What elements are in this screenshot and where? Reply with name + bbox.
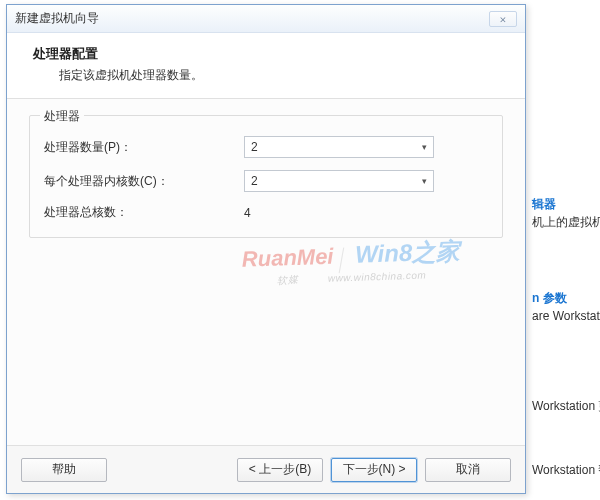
processor-count-select[interactable]: 2 ▾ <box>244 136 434 158</box>
cores-label: 每个处理器内核数(C)： <box>44 173 244 190</box>
page-title: 处理器配置 <box>33 45 499 63</box>
page-subtitle: 指定该虚拟机处理器数量。 <box>59 67 499 84</box>
help-button[interactable]: 帮助 <box>21 458 107 482</box>
cancel-button[interactable]: 取消 <box>425 458 511 482</box>
watermark-ruanmei: RuanMei <box>241 244 334 272</box>
cores-per-processor-select[interactable]: 2 ▾ <box>244 170 434 192</box>
watermark-win8: Win8之家 <box>355 237 461 268</box>
processor-count-label: 处理器数量(P)： <box>44 139 244 156</box>
processor-count-value: 2 <box>251 140 258 154</box>
watermark-separator <box>339 247 344 273</box>
group-label: 处理器 <box>40 108 84 125</box>
bg-item4-desc: Workstation 帮助 <box>532 462 600 479</box>
row-total-cores: 处理器总核数： 4 <box>44 204 488 221</box>
bg-item3-desc: Workstation 更新 <box>532 398 600 415</box>
close-button[interactable]: ⨉ <box>489 11 517 27</box>
next-button[interactable]: 下一步(N) > <box>331 458 417 482</box>
row-processor-count: 处理器数量(P)： 2 ▾ <box>44 136 488 158</box>
bg-item1-title: 辑器 <box>532 196 556 213</box>
watermark: RuanMei Win8之家 软媒 www.win8china.com <box>241 235 461 288</box>
close-icon: ⨉ <box>500 13 506 25</box>
wizard-header: 处理器配置 指定该虚拟机处理器数量。 <box>7 33 525 99</box>
bg-item2-link: n 参数 <box>532 290 567 307</box>
titlebar: 新建虚拟机向导 ⨉ <box>7 5 525 33</box>
bg-item2-desc: are Workstation 设 <box>532 308 600 325</box>
new-vm-wizard-dialog: 新建虚拟机向导 ⨉ 处理器配置 指定该虚拟机处理器数量。 处理器 处理器数量(P… <box>6 4 526 494</box>
total-cores-label: 处理器总核数： <box>44 204 244 221</box>
window-title: 新建虚拟机向导 <box>15 10 99 27</box>
cores-value: 2 <box>251 174 258 188</box>
row-cores-per-processor: 每个处理器内核数(C)： 2 ▾ <box>44 170 488 192</box>
wizard-body: 处理器 处理器数量(P)： 2 ▾ 每个处理器内核数(C)： 2 ▾ 处理器总核… <box>7 99 525 445</box>
button-bar: 帮助 < 上一步(B) 下一步(N) > 取消 <box>7 445 525 493</box>
processor-group: 处理器 处理器数量(P)： 2 ▾ 每个处理器内核数(C)： 2 ▾ 处理器总核… <box>29 115 503 238</box>
back-button[interactable]: < 上一步(B) <box>237 458 323 482</box>
bg-item1-desc: 机上的虚拟机的网 <box>532 214 600 231</box>
total-cores-value: 4 <box>244 206 251 220</box>
chevron-down-icon: ▾ <box>422 142 427 152</box>
chevron-down-icon: ▾ <box>422 176 427 186</box>
